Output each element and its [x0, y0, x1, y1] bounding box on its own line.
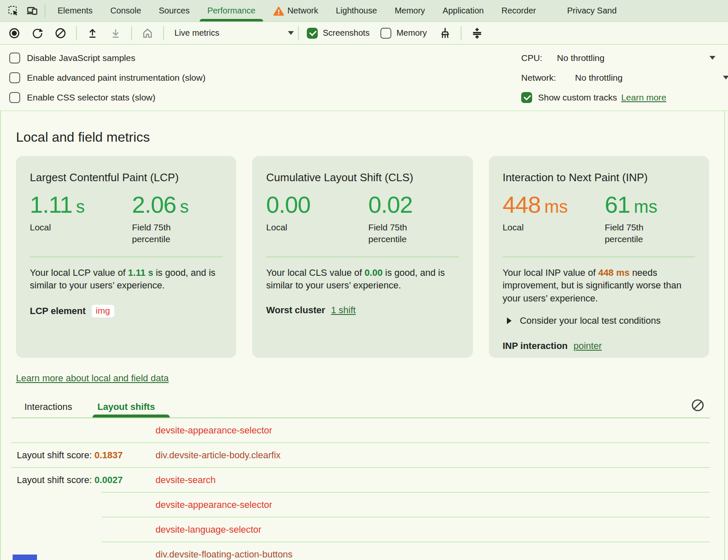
- separator: [131, 26, 132, 40]
- tab-lighthouse[interactable]: Lighthouse: [327, 0, 386, 21]
- metric-card-title: Interaction to Next Paint (INP): [503, 171, 695, 184]
- panel-mode-select[interactable]: Live metrics: [172, 28, 298, 38]
- tab-layout-shifts[interactable]: Layout shifts: [98, 402, 155, 412]
- local-value: 448ms: [503, 191, 605, 218]
- field-label: Field 75th percentile: [132, 222, 199, 246]
- tab-sources[interactable]: Sources: [150, 0, 198, 21]
- tab-interactions[interactable]: Interactions: [24, 402, 72, 412]
- checkbox-unchecked-icon: [9, 72, 20, 83]
- checkbox-label: Disable JavaScript samples: [27, 53, 135, 63]
- local-value: 0.00: [266, 191, 368, 218]
- tab-label: Recorder: [501, 6, 536, 16]
- performance-toolbar: Live metrics Screenshots Memory: [0, 22, 728, 45]
- cpu-value: No throttling: [557, 53, 604, 63]
- score-value: 0.1837: [95, 450, 123, 460]
- tab-label: Memory: [395, 6, 425, 16]
- disclosure-triangle-icon: [507, 317, 512, 324]
- local-label: Local: [503, 222, 570, 233]
- worst-cluster-link[interactable]: 1 shift: [331, 305, 356, 316]
- learn-more-link[interactable]: Learn more: [621, 92, 666, 103]
- checkbox-unchecked-icon: [380, 28, 391, 39]
- checkbox-label: Enable CSS selector stats (slow): [27, 92, 156, 103]
- metric-card-inp: Interaction to Next Paint (INP) 448ms Lo…: [489, 156, 709, 358]
- device-toolbar-icon[interactable]: [23, 0, 41, 21]
- checkbox-unchecked-icon: [9, 53, 20, 63]
- inp-interaction-label: INP interaction: [503, 341, 568, 351]
- layout-shift-row: Layout shift score: 0.0027 devsite-searc…: [1, 468, 724, 492]
- collect-garbage-icon[interactable]: [438, 26, 453, 41]
- home-button[interactable]: [140, 26, 155, 41]
- reload-record-button[interactable]: [30, 26, 45, 41]
- checkbox-label: Enable advanced paint instrumentation (s…: [27, 73, 206, 83]
- record-button[interactable]: [7, 26, 22, 41]
- score-label: Layout shift score:: [17, 475, 95, 485]
- tab-elements[interactable]: Elements: [49, 0, 101, 21]
- capture-settings-pane: Disable JavaScript samples Enable advanc…: [0, 45, 728, 111]
- local-value: 1.11s: [30, 191, 132, 218]
- log-tabline: [11, 417, 710, 418]
- network-value: No throttling: [575, 73, 622, 83]
- cpu-throttling-select[interactable]: CPU: No throttling: [521, 48, 728, 68]
- shift-node-link[interactable]: devsite-appearance-selector: [156, 499, 272, 510]
- memory-checkbox[interactable]: Memory: [380, 28, 427, 39]
- metric-cards: Largest Contentful Paint (LCP) 1.11s Loc…: [16, 156, 709, 358]
- tab-label: Elements: [58, 6, 92, 16]
- shift-node-link[interactable]: devsite-search: [156, 475, 216, 486]
- shift-node-link[interactable]: devsite-language-selector: [156, 524, 261, 535]
- tab-application[interactable]: Application: [434, 0, 493, 21]
- screenshots-label: Screenshots: [323, 28, 369, 38]
- field-value: 61ms: [605, 191, 695, 218]
- screenshots-checkbox[interactable]: Screenshots: [307, 28, 369, 39]
- save-profile-button[interactable]: [108, 26, 123, 41]
- layout-shift-row: devsite-appearance-selector: [1, 418, 724, 442]
- card-divider: [266, 256, 459, 257]
- shift-node-link[interactable]: devsite-appearance-selector: [156, 425, 272, 436]
- inp-interaction-link[interactable]: pointer: [574, 341, 602, 351]
- chevron-down-icon: [288, 31, 294, 35]
- chevron-down-icon: [723, 76, 728, 79]
- devtools-tab-bar: Elements Console Sources Performance Net…: [0, 0, 728, 22]
- tab-performance[interactable]: Performance: [198, 0, 264, 21]
- layout-shift-row: Layout shift score: 0.1837 div.devsite-a…: [1, 443, 724, 467]
- inspect-icon[interactable]: [4, 0, 23, 21]
- lcp-element-label: LCP element: [30, 306, 86, 317]
- local-label: Local: [30, 222, 97, 233]
- tab-label: Performance: [207, 6, 256, 16]
- tab-label: Network: [288, 6, 318, 16]
- log-section: Interactions Layout shifts devsite-appea…: [1, 400, 724, 560]
- metric-card-cls: Cumulative Layout Shift (CLS) 0.00 Local…: [252, 156, 472, 358]
- layout-shift-row: devsite-appearance-selector: [1, 493, 724, 517]
- metric-card-title: Cumulative Layout Shift (CLS): [266, 171, 459, 184]
- collapse-icon[interactable]: [470, 26, 485, 41]
- cpu-label: CPU:: [521, 53, 557, 63]
- score-value: 0.0027: [95, 475, 123, 485]
- warning-icon: [273, 6, 284, 16]
- tab-network[interactable]: Network: [264, 0, 327, 21]
- shift-node-link[interactable]: div.devsite-article-body.clearfix: [156, 450, 281, 461]
- clear-button[interactable]: [53, 26, 68, 41]
- tab-memory[interactable]: Memory: [386, 0, 434, 21]
- local-test-conditions-disclosure[interactable]: Consider your local test conditions: [503, 315, 695, 326]
- tab-console[interactable]: Console: [101, 0, 150, 21]
- learn-more-local-field-link[interactable]: Learn more about local and field data: [16, 373, 169, 384]
- tab-privacy-sandbox[interactable]: Privacy Sand: [558, 0, 625, 21]
- lcp-element-node-link[interactable]: img: [92, 305, 114, 317]
- tab-recorder[interactable]: Recorder: [493, 0, 545, 21]
- separator: [298, 26, 299, 40]
- separator: [45, 5, 45, 17]
- tab-label: Lighthouse: [336, 6, 377, 16]
- network-throttling-select[interactable]: Network: No throttling: [521, 68, 728, 87]
- screenshot-thumbnail-fragment: [13, 555, 37, 560]
- separator: [461, 26, 462, 40]
- tab-label: Application: [443, 6, 484, 16]
- tab-label: Console: [110, 6, 141, 16]
- clear-log-icon[interactable]: [691, 398, 705, 412]
- field-value: 2.06s: [132, 191, 222, 218]
- load-profile-button[interactable]: [85, 26, 100, 41]
- metric-card-title: Largest Contentful Paint (LCP): [30, 171, 222, 184]
- show-custom-tracks-checkbox[interactable]: [521, 92, 532, 103]
- field-label: Field 75th percentile: [368, 222, 435, 246]
- checkbox-checked-icon: [307, 28, 318, 39]
- shift-node-link[interactable]: div.devsite-floating-action-buttons: [156, 549, 293, 560]
- show-custom-tracks-label: Show custom tracks: [538, 92, 617, 103]
